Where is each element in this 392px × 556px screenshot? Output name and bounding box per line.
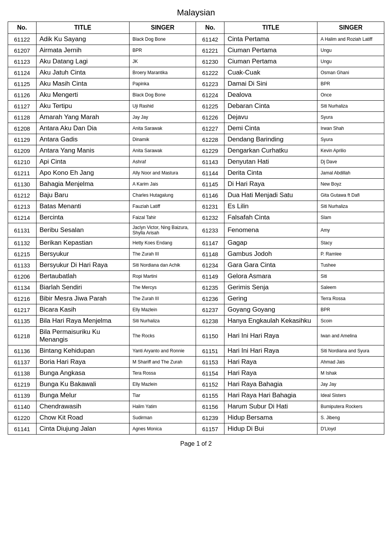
left-title: Boria Hari Raya (36, 357, 129, 368)
table-row: 61124 Aku Jatuh Cinta Broery Marantika 6… (8, 67, 384, 78)
left-title: Aku Tertipu (36, 101, 129, 112)
right-no: 61154 (196, 368, 224, 379)
table-row: 61129 Antara Gadis Dinamik 61228 Dendang… (8, 134, 384, 145)
right-singer: S. Jibeng (317, 412, 384, 423)
right-title: Ciuman Pertama (224, 56, 317, 67)
left-no: 61213 (8, 201, 37, 212)
left-title: Aku Jatuh Cinta (36, 67, 129, 78)
left-no: 61137 (8, 357, 37, 368)
table-row: 61138 Bunga Angkasa Tera Rossa 61154 Har… (8, 368, 384, 379)
right-title: Demi Cinta (224, 123, 317, 134)
left-singer: Tiar (129, 390, 196, 401)
left-no: 61210 (8, 156, 37, 168)
right-no: 61226 (196, 112, 224, 123)
left-no: 61214 (8, 212, 37, 223)
left-singer: M Shariff and The Zurah (129, 357, 196, 368)
table-row: 61131 Beribu Sesalan Jaclyn Victor, Ning… (8, 223, 384, 237)
right-no: 61153 (196, 357, 224, 368)
right-singer: Stacy (317, 237, 384, 249)
right-singer: Amy (317, 223, 384, 237)
left-title: Apo Kono Eh Jang (36, 168, 129, 179)
right-singer: A Halim and Roziah Latiff (317, 34, 384, 45)
right-title: Dendang Barinding (224, 134, 317, 145)
right-title: Dealova (224, 90, 317, 101)
header-singer-right: SINGER (317, 22, 384, 34)
right-no: 61235 (196, 282, 224, 293)
right-singer: Kevin Aprilio (317, 145, 384, 156)
right-no: 61146 (196, 190, 224, 201)
left-title: Aku Mengerti (36, 90, 129, 101)
table-row: 61123 Aku Datang Lagi JK 61230 Ciuman Pe… (8, 56, 384, 67)
left-singer: Jay Jay (129, 112, 196, 123)
table-row: 61212 Baju Baru Charles Hutagalung 61146… (8, 190, 384, 201)
right-title: Dua Hati Menjadi Satu (224, 190, 317, 201)
right-no: 61155 (196, 390, 224, 401)
table-row: 61133 Bersyukur Di Hari Raya Siti Nordia… (8, 260, 384, 271)
table-row: 61137 Boria Hari Raya M Shariff and The … (8, 357, 384, 368)
right-singer: Scoin (317, 315, 384, 327)
right-title: Gambus Jodoh (224, 249, 317, 260)
left-no: 61216 (8, 293, 37, 304)
left-title: Bintang Kehidupan (36, 345, 129, 357)
left-singer: Black Dog Bone (129, 34, 196, 45)
table-row: 61208 Antara Aku Dan Dia Anita Sarawak 6… (8, 123, 384, 134)
right-singer: P. Ramlee (317, 249, 384, 260)
table-row: 61209 Antara Yang Manis Anita Sarawak 61… (8, 145, 384, 156)
left-title: Aku Masih Cinta (36, 78, 129, 90)
right-no: 61238 (196, 315, 224, 327)
left-no: 61207 (8, 45, 37, 56)
left-singer: Ropi Martini (129, 271, 196, 282)
right-no: 61237 (196, 304, 224, 315)
left-singer: Ashraf (129, 156, 196, 168)
left-no: 61122 (8, 34, 37, 45)
right-no: 61239 (196, 412, 224, 423)
right-no: 61228 (196, 134, 224, 145)
right-singer: Tushee (317, 260, 384, 271)
header-singer-left: SINGER (129, 22, 196, 34)
right-singer: Slam (317, 212, 384, 223)
left-title: Berikan Kepastian (36, 237, 129, 249)
right-no: 61149 (196, 271, 224, 282)
table-row: 61122 Adik Ku Sayang Black Dog Bone 6114… (8, 34, 384, 45)
right-no: 61150 (196, 327, 224, 345)
left-singer: Hetty Koes Endang (129, 237, 196, 249)
left-singer: Dinamik (129, 134, 196, 145)
header-title-left: TITLE (36, 22, 129, 34)
page-footer: Page 1 of 2 (8, 440, 384, 447)
left-singer: Black Dog Bone (129, 90, 196, 101)
left-singer: Anita Sarawak (129, 123, 196, 134)
header-title-right: TITLE (224, 22, 317, 34)
left-no: 61130 (8, 179, 37, 190)
right-no: 61231 (196, 201, 224, 212)
left-singer: Ally Noor and Mastura (129, 168, 196, 179)
left-singer: The Zurah III (129, 293, 196, 304)
table-row: 61211 Apo Kono Eh Jang Ally Noor and Mas… (8, 168, 384, 179)
left-no: 61211 (8, 168, 37, 179)
right-title: Hari Raya Bahagia (224, 379, 317, 390)
right-singer: Saleem (317, 282, 384, 293)
left-no: 61126 (8, 90, 37, 101)
right-singer: Once (317, 90, 384, 101)
right-title: Gerimis Senja (224, 282, 317, 293)
left-title: Bibir Mesra Jiwa Parah (36, 293, 129, 304)
right-title: Dengarkan Curhatku (224, 145, 317, 156)
left-singer: Faizal Tahir (129, 212, 196, 223)
left-singer: Elly Mazlein (129, 304, 196, 315)
left-title: Chow Kit Road (36, 412, 129, 423)
left-no: 61129 (8, 134, 37, 145)
right-no: 61222 (196, 67, 224, 78)
header-no-right: No. (196, 22, 224, 34)
right-title: Derita Cinta (224, 168, 317, 179)
left-singer: A Karim Jais (129, 179, 196, 190)
right-title: Gering (224, 293, 317, 304)
table-row: 61210 Api Cinta Ashraf 61143 Denyutan Ha… (8, 156, 384, 168)
left-singer: Sudirman (129, 412, 196, 423)
right-no: 61144 (196, 168, 224, 179)
left-title: Batas Menanti (36, 201, 129, 212)
right-title: Cuak-Cuak (224, 67, 317, 78)
right-title: Hari Raya (224, 368, 317, 379)
left-no: 61212 (8, 190, 37, 201)
right-singer: Syura (317, 112, 384, 123)
table-row: 61134 Biarlah Sendiri The Mercys 61235 G… (8, 282, 384, 293)
left-title: Bila Permaisuriku Ku Menangis (36, 327, 129, 345)
